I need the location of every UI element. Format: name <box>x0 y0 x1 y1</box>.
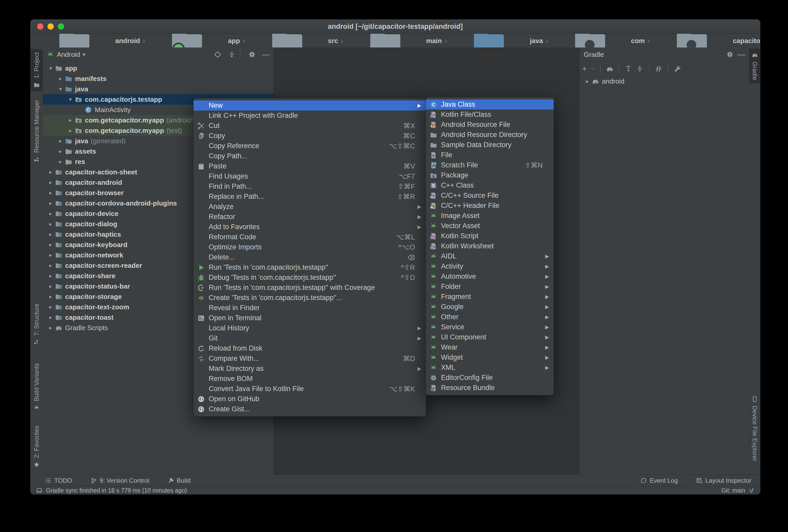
minimize-window-button[interactable] <box>47 23 54 29</box>
tree-row[interactable]: ▾ java <box>43 84 274 94</box>
collapse-all-icon[interactable] <box>636 65 644 73</box>
menu-item[interactable]: UI Component ▶ <box>426 332 554 342</box>
gradle-settings-wrench-icon[interactable] <box>673 65 681 73</box>
sidebar-item-favorites[interactable]: 2: Favorites <box>31 422 43 471</box>
tree-chevron-icon[interactable]: ▸ <box>46 190 55 196</box>
tree-chevron-icon[interactable]: ▸ <box>46 273 55 279</box>
tree-chevron-icon[interactable]: ▾ <box>46 65 55 71</box>
menu-item[interactable]: Copy Reference ⌥⇧⌘C ▶ <box>194 141 426 151</box>
menu-item[interactable]: Add to Favorites ▶ <box>194 222 426 232</box>
menu-item[interactable]: Fragment ▶ <box>426 292 554 302</box>
menu-item[interactable]: Local History ▶ <box>194 323 426 333</box>
sidebar-item-structure[interactable]: 7: Structure <box>31 300 43 349</box>
tree-chevron-icon[interactable]: ▸ <box>46 283 55 289</box>
menu-item[interactable]: Copy Path... ▶ <box>194 151 426 161</box>
menu-item[interactable]: Create 'Tests in 'com.capacitorjs.testap… <box>194 293 426 303</box>
toolwindow-toggle-icon[interactable] <box>36 487 42 494</box>
version-control-tab[interactable]: 9: Version Control <box>90 477 149 484</box>
tree-chevron-icon[interactable]: ▸ <box>56 76 65 82</box>
tree-chevron-icon[interactable]: ▸ <box>46 169 55 175</box>
gradle-elephant-icon[interactable] <box>606 65 614 73</box>
menu-item[interactable]: Run 'Tests in 'com.capacitorjs.testapp''… <box>194 282 426 293</box>
collapse-all-icon[interactable] <box>228 51 236 58</box>
tree-chevron-icon[interactable]: ▸ <box>46 179 55 185</box>
menu-item[interactable]: Widget ▶ <box>426 352 554 362</box>
project-view-selector[interactable]: Android <box>57 51 80 59</box>
menu-item[interactable]: AIDL ▶ <box>426 251 554 261</box>
add-icon[interactable]: + <box>582 64 587 73</box>
menu-item[interactable]: C++ Class ▶ <box>426 180 554 191</box>
menu-item[interactable]: Convert Java File to Kotlin File ⌥⇧⌘K ▶ <box>194 384 426 394</box>
menu-item[interactable]: Wear ▶ <box>426 342 554 352</box>
chevron-down-icon[interactable]: ▾ <box>83 52 85 58</box>
menu-item[interactable]: Optimize Imports ^⌥O ▶ <box>194 242 426 252</box>
tree-chevron-icon[interactable]: ▸ <box>46 252 55 258</box>
tree-chevron-icon[interactable]: ▸ <box>66 117 75 123</box>
menu-item[interactable]: Android Resource Directory ▶ <box>426 130 554 140</box>
menu-item[interactable]: Debug 'Tests in 'com.capacitorjs.testapp… <box>194 273 426 282</box>
menu-item[interactable]: Scratch File ⇧⌘N ▶ <box>426 160 554 170</box>
menu-item[interactable]: Service ▶ <box>426 322 554 332</box>
menu-item[interactable]: Find Usages ⌥F7 ▶ <box>194 171 426 181</box>
menu-item[interactable]: Sample Data Directory ▶ <box>426 140 554 150</box>
event-log-tab[interactable]: Event Log <box>640 477 678 484</box>
menu-item[interactable]: Activity ▶ <box>426 261 554 272</box>
menu-item[interactable]: Kotlin Worksheet ▶ <box>426 241 554 251</box>
menu-item[interactable]: Mark Directory as ▶ <box>194 363 426 374</box>
expand-all-icon[interactable] <box>625 65 632 73</box>
menu-item[interactable]: Git ▶ <box>194 333 426 343</box>
tree-chevron-icon[interactable]: ▸ <box>583 78 592 84</box>
gear-icon[interactable] <box>248 51 256 58</box>
sidebar-item-device-file-explorer[interactable]: Device File Explorer <box>749 393 760 465</box>
menu-item[interactable]: Compare With... ⌘D ▶ <box>194 353 426 363</box>
tree-row[interactable]: ▸ manifests <box>43 74 274 84</box>
menu-item[interactable]: Other ▶ <box>426 312 554 322</box>
tree-chevron-icon[interactable]: ▸ <box>46 262 55 269</box>
tree-chevron-icon[interactable]: ▸ <box>56 148 65 154</box>
menu-item[interactable]: Vector Asset ▶ <box>426 221 554 231</box>
tree-chevron-icon[interactable]: ▸ <box>56 138 65 144</box>
git-branch-widget[interactable]: Git: main <box>721 487 745 494</box>
hide-panel-icon[interactable]: — <box>262 50 270 59</box>
tree-chevron-icon[interactable]: ▸ <box>46 324 55 331</box>
tree-chevron-icon[interactable]: ▸ <box>46 304 55 310</box>
build-tab[interactable]: Build <box>168 477 191 484</box>
menu-item[interactable]: Automotive ▶ <box>426 272 554 281</box>
sidebar-item-gradle[interactable]: Gradle <box>749 48 760 83</box>
menu-item[interactable]: Cut ⌘X ▶ <box>194 121 426 131</box>
close-window-button[interactable] <box>37 23 43 29</box>
menu-item[interactable]: C/C++ Header File ▶ <box>426 201 554 211</box>
gear-icon[interactable] <box>726 51 734 58</box>
menu-item[interactable]: Package ▶ <box>426 170 554 180</box>
zoom-window-button[interactable] <box>58 23 64 29</box>
menu-item[interactable]: New ▶ <box>194 100 426 111</box>
locate-file-icon[interactable] <box>214 51 222 58</box>
menu-item[interactable]: File ▶ <box>426 150 554 160</box>
menu-item[interactable]: Reformat Code ⌥⌘L ▶ <box>194 232 426 242</box>
menu-item[interactable]: Delete... ▶ <box>194 252 426 262</box>
tree-chevron-icon[interactable]: ▸ <box>46 294 55 300</box>
layout-inspector-tab[interactable]: Layout Inspector <box>696 477 751 484</box>
menu-item[interactable]: EditorConfig File ▶ <box>426 373 554 383</box>
tree-chevron-icon[interactable]: ▾ <box>56 86 65 92</box>
menu-item[interactable]: Copy ⌘C ▶ <box>194 131 426 141</box>
tree-row[interactable]: ▸ android <box>579 76 749 86</box>
hide-panel-icon[interactable]: — <box>737 50 745 59</box>
tree-chevron-icon[interactable]: ▸ <box>46 211 55 217</box>
tree-chevron-icon[interactable]: ▸ <box>46 231 55 237</box>
tree-row[interactable]: ▾ app <box>43 63 274 74</box>
menu-item[interactable]: Android Resource File ▶ <box>426 120 554 130</box>
tree-chevron-icon[interactable]: ▸ <box>46 200 55 206</box>
menu-item[interactable]: Analyze ▶ <box>194 202 426 212</box>
tree-chevron-icon[interactable]: ▾ <box>66 96 75 102</box>
menu-item[interactable]: Resource Bundle ▶ <box>426 383 554 393</box>
sidebar-item-resource-manager[interactable]: Resource Manager <box>31 97 43 166</box>
menu-item[interactable]: Reload from Disk ▶ <box>194 343 426 353</box>
menu-item[interactable]: Find in Path... ⇧⌘F ▶ <box>194 181 426 192</box>
tree-chevron-icon[interactable]: ▸ <box>66 127 75 134</box>
menu-item[interactable]: Remove BOM ▶ <box>194 374 426 384</box>
menu-item[interactable]: Run 'Tests in 'com.capacitorjs.testapp''… <box>194 262 426 273</box>
menu-item[interactable]: C/C++ Source File ▶ <box>426 191 554 201</box>
todo-tab[interactable]: TODO <box>45 477 72 484</box>
menu-item[interactable]: Kotlin Script ▶ <box>426 231 554 241</box>
